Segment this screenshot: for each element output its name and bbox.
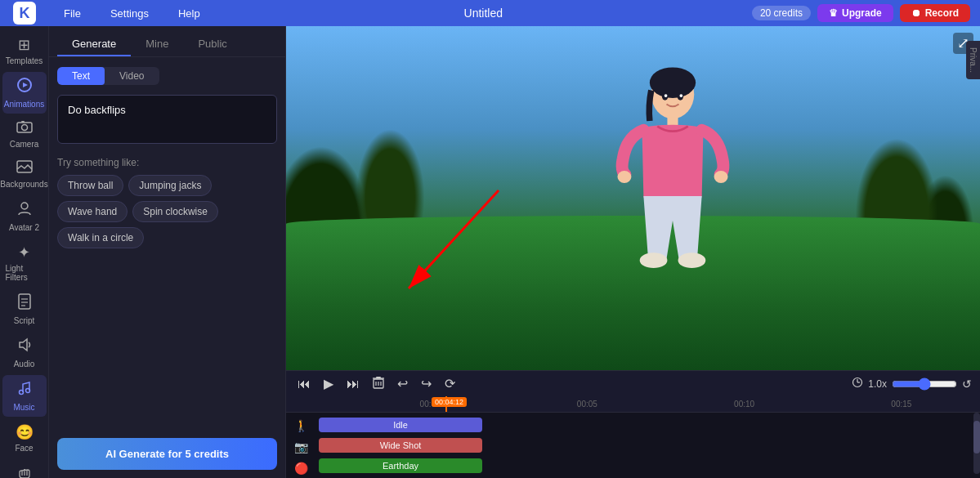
sidebar-label-light-filters: Light Filters: [6, 264, 43, 282]
face-icon: 😊: [16, 423, 34, 441]
track-bar-earthday[interactable]: Earthday: [319, 458, 482, 473]
nav-right: 20 credits ♛ Upgrade ⏺ Record: [752, 4, 980, 22]
speed-label: 1.0x: [868, 378, 887, 390]
timeline-ruler: 00:00 00:05 00:10 00:15 00:04:12: [286, 396, 980, 413]
nav-help[interactable]: Help: [163, 0, 215, 26]
sidebar-label-backgrounds: Backgrounds: [0, 180, 47, 189]
svg-point-6: [21, 203, 28, 209]
sidebar-label-music: Music: [13, 403, 34, 412]
track-icon-earthday: 🔴: [294, 462, 308, 475]
suggestion-jumping-jacks[interactable]: Jumping jacks: [128, 175, 212, 196]
crown-icon: ♛: [829, 7, 838, 19]
suggestion-wave-hand[interactable]: Wave hand: [57, 201, 128, 222]
refresh-button[interactable]: ⟳: [441, 374, 459, 393]
app-title: Untitled: [215, 7, 752, 20]
record-button[interactable]: ⏺ Record: [900, 4, 970, 22]
sidebar-label-templates: Templates: [6, 56, 43, 65]
rewind-button[interactable]: ⏮: [294, 375, 314, 393]
sidebar-label-audio: Audio: [14, 360, 35, 369]
forward-button[interactable]: ⏭: [343, 375, 363, 393]
sidebar-label-animations: Animations: [4, 100, 44, 109]
camera-icon: [16, 120, 33, 137]
timeline-scrollbar-thumb: [973, 421, 980, 453]
upgrade-button[interactable]: ♛ Upgrade: [817, 4, 893, 22]
panel: Generate Mine Public Text Video Do backf…: [49, 26, 286, 478]
tab-generate[interactable]: Generate: [57, 33, 131, 56]
nav-settings[interactable]: Settings: [96, 0, 163, 26]
icon-sidebar: ⊞ Templates Animations Camera: [0, 26, 49, 478]
playhead-label: 00:04:12: [432, 397, 467, 407]
svg-point-25: [639, 252, 667, 268]
timeline-tracks: Idle Wide Shot Earthday: [286, 413, 980, 474]
viewport-area: ⤢ ⏮ ▶ ⏭ ↩ ↪ ⟳: [286, 26, 980, 478]
panel-tabs: Generate Mine Public: [49, 26, 285, 57]
timeline: 00:00 00:05 00:10 00:15 00:04:12 🚶 📷 🔴 I…: [286, 396, 980, 478]
suggestions-container: Throw ball Jumping jacks Wave hand Spin …: [57, 175, 277, 248]
undo-button[interactable]: ↩: [394, 374, 411, 393]
timeline-scrollbar[interactable]: [973, 413, 980, 474]
toggle-video[interactable]: Video: [105, 67, 159, 85]
toggle-text[interactable]: Text: [57, 67, 105, 85]
svg-rect-4: [21, 121, 25, 123]
backgrounds-icon: [16, 160, 33, 177]
tab-mine[interactable]: Mine: [131, 33, 183, 56]
generate-button[interactable]: AI Generate for 5 credits: [57, 438, 277, 470]
sidebar-label-camera: Camera: [10, 140, 39, 149]
sidebar-item-backgrounds[interactable]: Backgrounds: [2, 155, 47, 194]
sidebar-item-music[interactable]: Music: [2, 375, 47, 417]
track-icon-camera: 📷: [294, 440, 308, 453]
audio-icon: [16, 337, 33, 357]
credits-badge: 20 credits: [752, 6, 811, 20]
sidebar-label-face: Face: [15, 444, 33, 453]
speed-slider[interactable]: [892, 377, 957, 391]
sidebar-item-animations[interactable]: Animations: [2, 72, 47, 114]
ruler-mark-5: 00:05: [508, 400, 665, 409]
logo: K: [13, 2, 36, 25]
avatar2-icon: [16, 200, 33, 221]
logo-area: K: [0, 0, 49, 26]
svg-point-20: [664, 94, 667, 97]
suggestion-spin-clockwise[interactable]: Spin clockwise: [132, 201, 218, 222]
reset-button[interactable]: ↺: [962, 377, 972, 391]
ruler-mark-0: 00:00: [351, 400, 508, 409]
track-row-idle: Idle: [319, 417, 980, 433]
svg-marker-1: [23, 83, 28, 87]
suggestion-walk-circle[interactable]: Walk in a circle: [57, 227, 144, 248]
light-filters-icon: ✦: [18, 243, 30, 261]
delete-button[interactable]: [369, 374, 387, 394]
sidebar-item-script[interactable]: Script: [2, 288, 47, 330]
nav-file[interactable]: File: [49, 0, 96, 26]
top-nav: K File Settings Help Untitled 20 credits…: [0, 0, 980, 26]
sidebar-item-avatar2[interactable]: Avatar 2: [2, 195, 47, 237]
sidebar-label-avatar2: Avatar 2: [9, 223, 39, 232]
svg-point-12: [19, 391, 23, 395]
speed-control: 1.0x ↺: [852, 377, 972, 391]
generate-btn-area: AI Generate for 5 credits: [49, 430, 285, 478]
svg-point-26: [678, 252, 705, 268]
privacy-tab[interactable]: Priva...: [966, 41, 980, 79]
speed-icon: [852, 377, 863, 391]
svg-point-17: [649, 67, 695, 98]
svg-point-24: [714, 171, 727, 183]
play-button[interactable]: ▶: [320, 374, 337, 393]
track-bar-wide-shot[interactable]: Wide Shot: [319, 438, 482, 453]
sidebar-item-light-filters[interactable]: ✦ Light Filters: [2, 239, 47, 287]
track-row-wide-shot: Wide Shot: [319, 437, 980, 453]
nav-menu: File Settings Help: [49, 0, 215, 26]
main-layout: ⊞ Templates Animations Camera: [0, 26, 980, 478]
sidebar-label-script: Script: [14, 316, 35, 325]
sidebar-item-face[interactable]: 😊 Face: [2, 418, 47, 458]
track-bar-idle[interactable]: Idle: [319, 418, 482, 432]
animations-icon: [16, 77, 33, 97]
suggestion-throw-ball[interactable]: Throw ball: [57, 175, 123, 196]
redo-button[interactable]: ↪: [418, 374, 435, 393]
sidebar-item-camera[interactable]: Camera: [2, 115, 47, 154]
sidebar-item-audio[interactable]: Audio: [2, 332, 47, 373]
track-icon-idle: 🚶: [294, 419, 308, 432]
music-icon: [16, 380, 33, 400]
svg-marker-11: [20, 339, 27, 351]
sidebar-item-hand-gestures[interactable]: Hand Gestures: [2, 459, 47, 478]
animation-text-input[interactable]: Do backflips: [57, 95, 277, 144]
sidebar-item-templates[interactable]: ⊞ Templates: [2, 31, 47, 70]
tab-public[interactable]: Public: [183, 33, 241, 56]
